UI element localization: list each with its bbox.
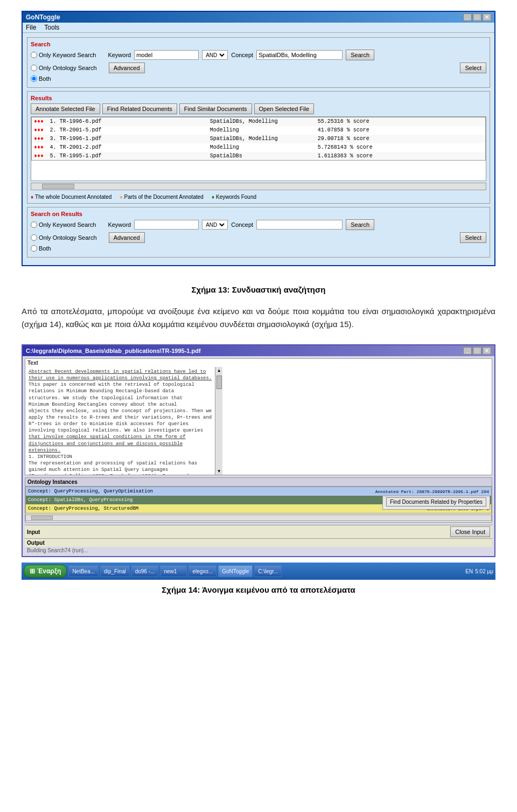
ont-scrollbar-thumb[interactable] <box>31 516 53 520</box>
ont-rows-wrap: Concept: QueryProcessing, QueryOptimisat… <box>25 487 492 513</box>
dot-icon: ♦♦♦ <box>34 153 44 159</box>
select-btn[interactable]: Select <box>460 63 486 73</box>
search-on-results-section: Search on Results Only Keyword Search Ke… <box>27 207 490 258</box>
table-row[interactable]: ♦♦♦ 5. TR-1995-1.pdf SpatialDBs 1.611836… <box>32 152 486 161</box>
results-section: Results Annotate Selected File Find Rela… <box>27 91 490 204</box>
ontology-box: Ontology Instances Concept: QueryProcess… <box>25 477 492 523</box>
close-input-btn[interactable]: Close Input <box>450 526 490 537</box>
win2-minimize-btn[interactable]: _ <box>463 347 472 355</box>
table-row[interactable]: ♦♦♦ 4. TR-2001-2.pdf Modelling 5.7268143… <box>32 143 486 152</box>
titlebar1: GoNToggle _ □ ✕ <box>23 12 494 23</box>
menu-tools[interactable]: Tools <box>44 24 59 31</box>
sor-concept-label: Concept <box>231 221 253 228</box>
sor-and-combo[interactable]: ANDOR <box>202 220 228 230</box>
scrollbar-thumb[interactable] <box>42 184 74 189</box>
window1: GoNToggle _ □ ✕ File Tools Search Only K… <box>22 11 495 266</box>
titlebar2-controls: _ □ ✕ <box>463 347 491 355</box>
text-area-wrapper: Abstract Recent developments in spatial … <box>25 367 492 475</box>
window2-title: C:\leggrafa\Diploma_Baseis\dblab_publica… <box>26 348 201 354</box>
table-row[interactable]: ♦♦♦ 1. TR-1996-6.pdf SpatialDBs, Modelli… <box>32 117 486 126</box>
legend-green-dot: ♦ <box>212 194 214 200</box>
taskbar: ⊞ Έναρξη NetBea... dip_Final do96 -... n… <box>22 563 495 580</box>
minimize-btn[interactable]: _ <box>463 13 472 21</box>
results-label: Results <box>31 95 486 101</box>
sor-advanced-btn[interactable]: Advanced <box>109 232 145 243</box>
taskbar-item-new1[interactable]: new1 <box>160 565 187 577</box>
ontology-section: Ontology Instances Concept: QueryProcess… <box>25 477 492 523</box>
win2-close-btn[interactable]: ✕ <box>483 347 491 355</box>
open-selected-btn[interactable]: Open Selected File <box>254 103 315 114</box>
annotate-btn[interactable]: Annotate Selected File <box>31 103 100 114</box>
taskbar-item-gontoggle[interactable]: GoNToggle <box>218 565 253 577</box>
horizontal-scrollbar[interactable] <box>31 183 486 190</box>
sor-select-btn[interactable]: Select <box>460 232 486 243</box>
table-row[interactable]: ♦♦♦ 3. TR-1996-1.pdf SpatialDBs, Modelli… <box>32 135 486 143</box>
taskbar-item-clegr[interactable]: C:\legr... <box>254 565 282 577</box>
taskbar-item-elegxo[interactable]: elegxo... <box>188 565 216 577</box>
legend-parts: ♦ Parts of the Document Annotated <box>120 194 203 200</box>
vertical-scrollbar[interactable]: ▲ ▼ <box>215 367 222 475</box>
radio-ontology[interactable]: Only Ontology Search <box>31 65 97 71</box>
radio-both[interactable]: Both <box>31 75 51 82</box>
scrollbar-v-thumb[interactable] <box>216 376 222 389</box>
close-btn[interactable]: ✕ <box>483 13 491 21</box>
find-docs-related-btn[interactable]: Find Documents Related by Properties <box>386 497 486 506</box>
concept-label: Concept <box>231 52 253 58</box>
titlebar-controls: _ □ ✕ <box>463 13 491 21</box>
ont-row-2[interactable]: Concept: SpatialDBs, QueryProcessing 90T… <box>26 496 491 504</box>
titlebar2: C:\leggrafa\Diploma_Baseis\dblab_publica… <box>23 345 494 356</box>
sor-concept-input[interactable] <box>256 220 343 230</box>
keyword-input[interactable] <box>134 50 199 60</box>
window1-title: GoNToggle <box>26 13 60 21</box>
text-area-box: Text Abstract Recent developments in spa… <box>25 358 492 475</box>
search-row2: Only Ontology Search Advanced Select <box>31 63 486 73</box>
win2-maximize-btn[interactable]: □ <box>473 347 481 355</box>
advanced-btn[interactable]: Advanced <box>109 63 145 73</box>
sor-keyword-label: Keyword <box>108 221 131 228</box>
ont-scrollbar-h[interactable] <box>25 515 492 521</box>
lang-indicator: EN <box>465 568 473 574</box>
concept-input[interactable] <box>256 50 343 60</box>
paragraph-text: Από τα αποτελέσματα, μπορούμε να ανοίξου… <box>0 305 517 342</box>
results-actions: Annotate Selected File Find Related Docu… <box>31 103 486 114</box>
taskbar-item-dip[interactable]: dip_Final <box>100 565 130 577</box>
taskbar-item-do96[interactable]: do96 -... <box>131 565 159 577</box>
start-icon: ⊞ <box>30 567 35 575</box>
clock: 5:02 μμ <box>475 568 493 574</box>
search-section: Search Only Keyword Search Keyword ANDOR… <box>27 37 490 88</box>
dot-icon: ♦♦♦ <box>34 144 44 150</box>
find-docs-panel: Find Documents Related by Properties <box>382 496 490 510</box>
scroll-down-icon[interactable]: ▼ <box>217 469 221 474</box>
sor-label: Search on Results <box>31 211 486 217</box>
taskbar-item-netbea[interactable]: NetBea... <box>68 565 99 577</box>
sor-keyword-input[interactable] <box>134 220 199 230</box>
sor-row1: Only Keyword Search Keyword ANDOR Concep… <box>31 219 486 230</box>
text-content-area: Abstract Recent developments in spatial … <box>25 367 215 475</box>
start-button[interactable]: ⊞ Έναρξη <box>24 565 67 578</box>
sor-row2: Only Ontology Search Advanced Select <box>31 232 486 243</box>
search-btn[interactable]: Search <box>346 50 374 60</box>
scroll-up-icon[interactable]: ▲ <box>217 368 221 373</box>
ont-row-1[interactable]: Concept: QueryProcessing, QueryOptimisat… <box>26 487 491 496</box>
table-row[interactable]: ♦♦♦ 2. TR-2001-5.pdf Modelling 41.07858 … <box>32 126 486 135</box>
sor-radio-both[interactable]: Both <box>31 245 51 252</box>
input-label: Input <box>27 529 40 535</box>
maximize-btn[interactable]: □ <box>473 13 481 21</box>
search-row1: Only Keyword Search Keyword ANDOR Concep… <box>31 50 486 60</box>
find-related-btn[interactable]: Find Related Documents <box>102 103 177 114</box>
and-combo[interactable]: ANDOR <box>202 50 228 60</box>
menu-file[interactable]: File <box>26 24 36 31</box>
dot-icon: ♦♦♦ <box>34 127 44 133</box>
sor-radio-keyword[interactable]: Only Keyword Search <box>31 221 96 228</box>
window2: C:\leggrafa\Diploma_Baseis\dblab_publica… <box>22 344 495 557</box>
legend-red-dot: ♦ <box>31 194 33 200</box>
window1-content: Search Only Keyword Search Keyword ANDOR… <box>23 33 494 265</box>
find-similar-btn[interactable]: Find Similar Documents <box>179 103 252 114</box>
search-label: Search <box>31 41 486 47</box>
legend-whole: ♦ The whole Document Annotated <box>31 194 111 200</box>
sor-radio-ontology[interactable]: Only Ontology Search <box>31 234 97 241</box>
radio-keyword[interactable]: Only Keyword Search <box>31 52 96 58</box>
sor-search-btn[interactable]: Search <box>346 219 374 230</box>
search-row3: Both <box>31 75 486 82</box>
window2-content: Text Abstract Recent developments in spa… <box>23 356 494 556</box>
